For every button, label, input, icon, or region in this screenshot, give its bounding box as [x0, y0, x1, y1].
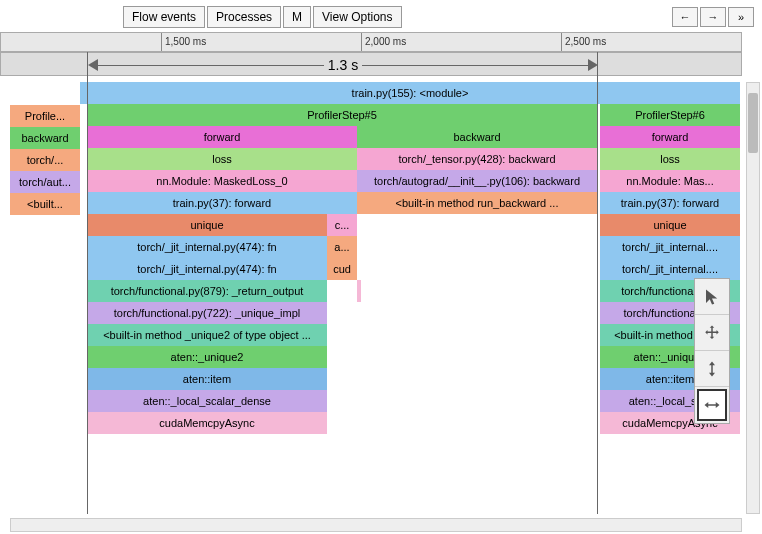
trace-bar[interactable]: torch/functional.py(879): _return_output — [87, 280, 327, 302]
trace-bar[interactable]: torch/_jit_internal.... — [600, 258, 740, 280]
trace-bar[interactable] — [357, 280, 361, 302]
trace-bar[interactable]: <built-in method _unique2 of type object… — [87, 324, 327, 346]
trace-bar[interactable]: torch/autograd/__init__.py(106): backwar… — [357, 170, 597, 192]
timing-tool[interactable] — [697, 389, 727, 421]
selection-end-line[interactable] — [597, 52, 598, 514]
nav-more-button[interactable]: » — [728, 7, 754, 27]
trace-bar[interactable]: backward — [357, 126, 597, 148]
trace-bar[interactable]: torch/_jit_internal.py(474): fn — [87, 258, 327, 280]
trace-bar[interactable]: torch/_jit_internal.py(474): fn — [87, 236, 327, 258]
trace-bar[interactable]: unique — [600, 214, 740, 236]
label-item: torch/aut... — [10, 171, 80, 193]
zoom-vertical-tool[interactable] — [695, 351, 729, 387]
trace-bar[interactable]: a... — [327, 236, 357, 258]
pointer-tool[interactable] — [695, 279, 729, 315]
vertical-arrows-icon — [703, 360, 721, 378]
trace-bar[interactable]: aten::item — [87, 368, 327, 390]
trace-bar[interactable]: forward — [87, 126, 357, 148]
processes-button[interactable]: Processes — [207, 6, 281, 28]
tick-label: 2,500 ms — [565, 36, 606, 47]
trace-bar[interactable]: ProfilerStep#5 — [87, 104, 597, 126]
trace-bar[interactable]: nn.Module: MaskedLoss_0 — [87, 170, 357, 192]
trace-bar[interactable]: torch/_jit_internal.... — [600, 236, 740, 258]
flow-events-button[interactable]: Flow events — [123, 6, 205, 28]
nav-prev-button[interactable]: ← — [672, 7, 698, 27]
trace-bar[interactable]: ProfilerStep#6 — [600, 104, 740, 126]
trace-bar[interactable]: torch/functional.py(722): _unique_impl — [87, 302, 327, 324]
trace-bar[interactable]: aten::_unique2 — [87, 346, 327, 368]
scroll-thumb[interactable] — [748, 93, 758, 153]
selection-duration: 1.3 s — [324, 57, 362, 73]
trace-bar[interactable]: unique — [87, 214, 327, 236]
time-ruler[interactable]: 1,500 ms 2,000 ms 2,500 ms — [0, 32, 742, 52]
horizontal-arrows-icon — [703, 396, 721, 414]
trace-bar[interactable]: nn.Module: Mas... — [600, 170, 740, 192]
toolbar: Flow events Processes M View Options ← →… — [0, 4, 762, 30]
trace-bar[interactable]: <built-in method run_backward ... — [357, 192, 597, 214]
horizontal-scrollbar[interactable] — [10, 518, 742, 532]
trace-bar[interactable]: aten::_local_scalar_dense — [87, 390, 327, 412]
tool-panel — [694, 278, 730, 424]
label-item: Profile... — [10, 105, 80, 127]
tick-label: 1,500 ms — [165, 36, 206, 47]
thread-labels: Profile... backward torch/... torch/aut.… — [10, 105, 80, 215]
view-options-button[interactable]: View Options — [313, 6, 401, 28]
label-item: torch/... — [10, 149, 80, 171]
trace-bar[interactable]: loss — [87, 148, 357, 170]
trace-bar[interactable]: forward — [600, 126, 740, 148]
trace-bar[interactable]: torch/_tensor.py(428): backward — [357, 148, 597, 170]
trace-bar[interactable]: c... — [327, 214, 357, 236]
vertical-scrollbar[interactable] — [746, 82, 760, 514]
pan-tool[interactable] — [695, 315, 729, 351]
move-icon — [703, 324, 721, 342]
selection-header: 1.3 s — [0, 52, 742, 76]
trace-bar[interactable]: cud — [327, 258, 357, 280]
m-button[interactable]: M — [283, 6, 311, 28]
trace-bar[interactable]: train.py(37): forward — [600, 192, 740, 214]
label-item: backward — [10, 127, 80, 149]
trace-bar[interactable]: cudaMemcpyAsync — [87, 412, 327, 434]
trace-bar[interactable]: train.py(155): <module> — [80, 82, 740, 104]
trace-bar[interactable]: train.py(37): forward — [87, 192, 357, 214]
selection-start-line[interactable] — [87, 52, 88, 514]
timeline-tracks[interactable]: X train.py(155): <module> ProfilerStep#5… — [80, 82, 742, 514]
nav-next-button[interactable]: → — [700, 7, 726, 27]
trace-bar[interactable]: loss — [600, 148, 740, 170]
tick-label: 2,000 ms — [365, 36, 406, 47]
label-item: <built... — [10, 193, 80, 215]
pointer-icon — [703, 288, 721, 306]
